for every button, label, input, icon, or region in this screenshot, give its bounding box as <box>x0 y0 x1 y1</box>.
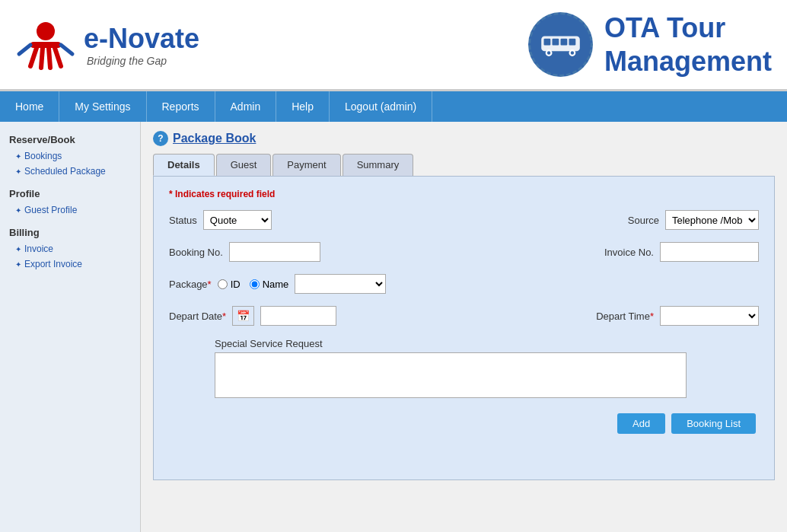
booking-no-input[interactable] <box>229 242 320 262</box>
svg-line-5 <box>49 48 50 68</box>
tab-payment[interactable]: Payment <box>272 154 340 176</box>
radio-id-input[interactable] <box>218 279 228 289</box>
enovate-logo-icon <box>15 14 76 75</box>
logo-text: e-Novate Bridging the Gap <box>84 23 199 67</box>
svg-point-15 <box>547 51 550 54</box>
ota-title-line1: OTA Tour <box>604 11 772 44</box>
help-circle-icon[interactable]: ? <box>153 131 168 146</box>
svg-line-3 <box>55 48 61 66</box>
svg-line-6 <box>19 45 30 54</box>
svg-rect-10 <box>552 39 559 46</box>
svg-rect-12 <box>569 39 575 46</box>
invoice-no-input[interactable] <box>660 242 759 262</box>
package-radio-id[interactable]: ID <box>218 279 241 290</box>
ota-title-line2: Management <box>604 45 772 78</box>
package-radio-name[interactable]: Name <box>250 279 289 290</box>
depart-time-group: Depart Time* <box>596 306 759 326</box>
svg-point-16 <box>571 51 574 54</box>
status-group: Status Quote Confirmed Cancelled <box>169 210 272 230</box>
package-label: Package* <box>169 279 212 290</box>
package-group: Package* ID Name <box>169 274 386 294</box>
tabs: Details Guest Payment Summary <box>153 154 775 176</box>
package-required-star: * <box>208 279 212 290</box>
nav-reports[interactable]: Reports <box>147 91 215 122</box>
button-row: Add Booking List <box>169 413 759 434</box>
logo-title-part2: Novate <box>108 23 199 54</box>
nav-admin[interactable]: Admin <box>215 91 277 122</box>
svg-line-2 <box>30 48 37 66</box>
depart-time-required-star: * <box>650 311 654 322</box>
radio-name-input[interactable] <box>250 279 260 289</box>
bullet-icon: ✦ <box>15 245 21 253</box>
depart-date-required-star: * <box>222 311 226 322</box>
sidebar-section-profile: Profile <box>0 183 140 202</box>
logo-title-part1: e- <box>84 23 108 54</box>
bullet-icon: ✦ <box>15 260 21 269</box>
package-radio-group: ID Name <box>218 279 289 290</box>
svg-rect-11 <box>560 39 567 46</box>
bus-icon <box>528 12 593 77</box>
sidebar-item-scheduled-package[interactable]: ✦ Scheduled Package <box>0 164 140 179</box>
sidebar-item-guest-profile[interactable]: ✦ Guest Profile <box>0 202 140 218</box>
svg-point-0 <box>37 22 55 40</box>
ota-title: OTA Tour Management <box>604 11 772 77</box>
source-label: Source <box>628 215 659 226</box>
logo-left: e-Novate Bridging the Gap <box>15 14 199 75</box>
sidebar-section-billing: Billing <box>0 222 140 241</box>
sidebar: Reserve/Book ✦ Bookings ✦ Scheduled Pack… <box>0 122 141 532</box>
depart-date-input[interactable] <box>260 306 336 326</box>
logo-right: OTA Tour Management <box>528 11 772 77</box>
logo-subtitle: Bridging the Gap <box>87 55 199 67</box>
calendar-button[interactable]: 📅 <box>232 306 254 326</box>
depart-time-select[interactable] <box>660 306 759 326</box>
nav-logout[interactable]: Logout (admin) <box>330 91 432 122</box>
navbar: Home My Settings Reports Admin Help Logo… <box>0 91 787 122</box>
source-group: Source Telephone /Mob Email Walk-in Webs… <box>628 210 759 230</box>
booking-invoice-row: Booking No. Invoice No. <box>169 242 759 262</box>
status-label: Status <box>169 215 197 226</box>
form-area: * Indicates required field Status Quote … <box>153 176 775 480</box>
special-service-label: Special Service Request <box>215 338 759 349</box>
add-button[interactable]: Add <box>617 413 665 434</box>
booking-no-label: Booking No. <box>169 247 223 258</box>
svg-line-7 <box>61 45 72 54</box>
nav-home[interactable]: Home <box>0 91 59 122</box>
depart-time-label: Depart Time* <box>596 311 654 322</box>
special-service-row: Special Service Request <box>169 338 759 398</box>
status-select[interactable]: Quote Confirmed Cancelled <box>203 210 272 230</box>
bullet-icon: ✦ <box>15 152 21 161</box>
booking-no-group: Booking No. <box>169 242 320 262</box>
special-service-textarea[interactable] <box>215 352 687 398</box>
header: e-Novate Bridging the Gap OTA Tour Manag… <box>0 0 787 91</box>
bullet-icon: ✦ <box>15 167 21 176</box>
page-title-row: ? Package Book <box>153 131 775 146</box>
sidebar-item-invoice[interactable]: ✦ Invoice <box>0 241 140 256</box>
sidebar-item-export-invoice[interactable]: ✦ Export Invoice <box>0 256 140 272</box>
main-content: ? Package Book Details Guest Payment Sum… <box>141 122 787 532</box>
depart-date-label: Depart Date* <box>169 311 226 322</box>
svg-rect-9 <box>543 39 550 46</box>
invoice-no-group: Invoice No. <box>604 242 759 262</box>
content-area: Reserve/Book ✦ Bookings ✦ Scheduled Pack… <box>0 122 787 532</box>
source-select[interactable]: Telephone /Mob Email Walk-in Website <box>665 210 759 230</box>
bullet-icon: ✦ <box>15 206 21 215</box>
status-source-row: Status Quote Confirmed Cancelled Source … <box>169 210 759 230</box>
depart-row: Depart Date* 📅 Depart Time* <box>169 306 759 326</box>
booking-list-button[interactable]: Booking List <box>671 413 756 434</box>
package-row: Package* ID Name <box>169 274 759 294</box>
svg-line-4 <box>41 48 43 68</box>
nav-my-settings[interactable]: My Settings <box>59 91 146 122</box>
logo-title: e-Novate <box>84 23 199 55</box>
required-note: * Indicates required field <box>169 189 759 199</box>
tab-details[interactable]: Details <box>153 154 215 176</box>
tab-guest[interactable]: Guest <box>216 154 272 176</box>
required-star: * <box>169 189 175 199</box>
depart-date-group: Depart Date* 📅 <box>169 306 336 326</box>
sidebar-item-bookings[interactable]: ✦ Bookings <box>0 148 140 164</box>
nav-help[interactable]: Help <box>276 91 330 122</box>
invoice-no-label: Invoice No. <box>604 247 654 258</box>
package-select[interactable] <box>295 274 386 294</box>
tab-summary[interactable]: Summary <box>343 154 414 176</box>
page-title: Package Book <box>173 132 256 145</box>
sidebar-section-reserve-book: Reserve/Book <box>0 129 140 148</box>
